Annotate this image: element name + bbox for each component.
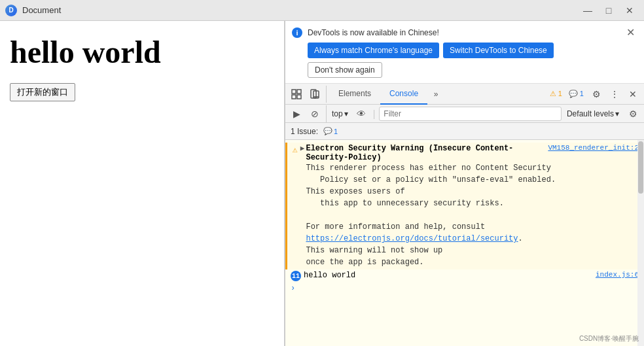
console-toolbar-right: ⚙	[624, 105, 641, 122]
always-match-language-button[interactable]: Always match Chrome's language	[308, 43, 439, 58]
page-content: hello world 打开新的窗口	[0, 21, 285, 346]
devtools-more-button[interactable]: ⋮	[606, 86, 623, 103]
tab-elements[interactable]: Elements	[329, 84, 380, 105]
issues-label: 1 Issue:	[291, 127, 318, 136]
devtools-panel: i DevTools is now available in Chinese! …	[285, 21, 644, 346]
lang-notification-close-button[interactable]: ✕	[624, 26, 637, 39]
tab-console-label: Console	[389, 89, 418, 98]
maximize-button[interactable]: □	[599, 3, 618, 18]
hello-world-source-link[interactable]: index.js:6	[590, 271, 639, 279]
hello-world-console-row: 11 hello world index.js:6	[285, 269, 644, 283]
devtools-settings-button[interactable]: ⚙	[588, 86, 605, 103]
more-tabs-button[interactable]: »	[427, 86, 444, 103]
console-play-button[interactable]: ▶	[288, 105, 305, 122]
warning-badge: ⚠ 1	[547, 90, 565, 98]
issues-bar: 1 Issue: 💬 1	[285, 123, 644, 140]
console-toolbar: ▶ ⊘ top ▾ 👁 | Default levels ▾ ⚙	[285, 105, 644, 123]
console-toolbar-left: ▶ ⊘	[288, 105, 327, 122]
tab-console[interactable]: Console	[380, 84, 427, 105]
warning-console-row: ⚠ ▶ VM158_renderer_init:2 Electron Secur…	[285, 143, 644, 269]
devtools-tabs-bar: Elements Console » ⚠ 1 💬 1 ⚙ ⋮ ✕	[285, 84, 644, 105]
devtools-toolbar-left	[288, 86, 327, 103]
warning-icon: ⚠	[293, 145, 298, 155]
lang-notification-text: DevTools is now available in Chinese!	[308, 28, 618, 37]
warning-source-link[interactable]: VM158_renderer_init:2	[543, 144, 639, 152]
devtools-tabs-right: ⚠ 1 💬 1 ⚙ ⋮ ✕	[547, 86, 641, 103]
title-bar: D Document — □ ✕	[0, 0, 644, 21]
issues-badge: 💬 1	[321, 127, 340, 135]
info-badge: 💬 1	[566, 90, 586, 98]
custom-formatters-button[interactable]: 👁	[353, 106, 369, 122]
svg-rect-2	[292, 95, 296, 99]
log-levels-icon: ▾	[615, 109, 619, 118]
lang-notification-row1: i DevTools is now available in Chinese! …	[292, 26, 637, 39]
filter-separator: |	[373, 109, 376, 119]
log-levels-label: Default levels	[567, 109, 614, 118]
switch-to-chinese-button[interactable]: Switch DevTools to Chinese	[443, 43, 554, 58]
minimize-button[interactable]: —	[579, 3, 597, 18]
warning-content: VM158_renderer_init:2 Electron Security …	[306, 144, 639, 268]
console-scrollbar[interactable]	[637, 140, 644, 346]
hello-world-count: 11	[291, 271, 301, 281]
console-settings-button[interactable]: ⚙	[624, 105, 641, 122]
app-icon: D	[5, 5, 17, 16]
console-output[interactable]: ⚠ ▶ VM158_renderer_init:2 Electron Secur…	[285, 140, 644, 346]
tab-elements-label: Elements	[338, 89, 371, 98]
close-button[interactable]: ✕	[620, 3, 639, 18]
devtools-close-button[interactable]: ✕	[624, 86, 641, 103]
main-area: hello world 打开新的窗口 i DevTools is now ava…	[0, 21, 644, 346]
log-levels-selector[interactable]: Default levels ▾	[564, 108, 622, 120]
dont-show-again-button[interactable]: Don't show again	[308, 62, 382, 78]
window-controls: — □ ✕	[579, 3, 639, 18]
issues-count: 1	[334, 128, 338, 135]
inspect-element-button[interactable]	[288, 86, 305, 103]
console-filter-input[interactable]	[379, 107, 562, 121]
svg-rect-0	[292, 90, 296, 94]
watermark: CSDN博客·唤醒手腕	[579, 334, 639, 343]
console-prompt-row: ›	[285, 283, 644, 294]
svg-rect-1	[297, 90, 301, 94]
info-icon: i	[292, 27, 302, 38]
hello-world-text: hello world	[304, 271, 355, 280]
device-toolbar-button[interactable]	[306, 86, 323, 103]
context-selector[interactable]: top ▾	[329, 108, 351, 120]
console-prompt-icon: ›	[291, 284, 295, 293]
svg-rect-3	[297, 95, 301, 99]
open-window-button[interactable]: 打开新的窗口	[10, 83, 75, 101]
console-block-button[interactable]: ⊘	[306, 105, 323, 122]
scrollbar-thumb[interactable]	[638, 141, 643, 194]
lang-notification-row2: Always match Chrome's language Switch De…	[292, 43, 637, 58]
window-title: Document	[22, 5, 579, 15]
language-notification: i DevTools is now available in Chinese! …	[285, 21, 644, 84]
page-heading: hello world	[10, 34, 274, 70]
lang-notification-row3: Don't show again	[292, 62, 637, 78]
context-dropdown-icon: ▾	[344, 109, 348, 118]
security-link[interactable]: https://electronjs.org/docs/tutorial/sec…	[306, 234, 518, 243]
warning-body: This renderer process has either no Cont…	[306, 162, 639, 268]
context-label: top	[332, 109, 343, 118]
expand-arrow[interactable]: ▶	[300, 144, 305, 152]
